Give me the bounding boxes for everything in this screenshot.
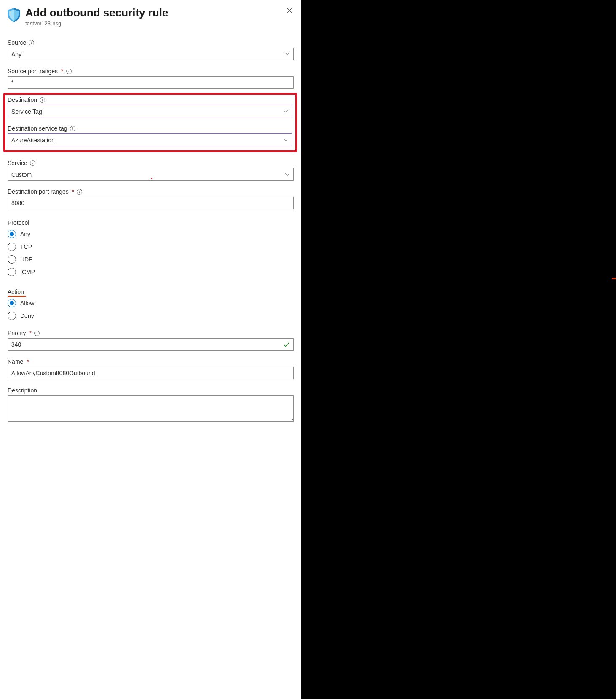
protocol-radio-label: UDP: [20, 256, 33, 263]
field-destination: Destination i Service Tag: [8, 96, 292, 117]
protocol-radio-icmp[interactable]: ICMP: [8, 266, 294, 278]
shield-icon: [8, 8, 20, 22]
protocol-radio-label: TCP: [20, 243, 32, 250]
info-icon[interactable]: i: [66, 69, 72, 74]
panel-title: Add outbound security rule: [25, 6, 280, 19]
destination-label: Destination: [8, 96, 37, 103]
info-icon[interactable]: i: [29, 40, 34, 45]
radio-icon: [8, 268, 16, 276]
radio-icon: [8, 230, 16, 238]
close-icon: [287, 8, 292, 13]
action-radio-label: Allow: [20, 300, 34, 307]
protocol-radio-label: Any: [20, 231, 30, 237]
radio-icon: [8, 243, 16, 251]
service-label: Service: [8, 160, 27, 166]
protocol-radio-any[interactable]: Any: [8, 228, 294, 240]
action-label: Action: [8, 288, 24, 295]
destination-select[interactable]: Service Tag: [8, 105, 292, 117]
destination-highlight-box: Destination i Service Tag Destination se…: [3, 93, 297, 152]
field-destination-service-tag: Destination service tag i AzureAttestati…: [8, 125, 292, 146]
name-label: Name: [8, 358, 23, 365]
field-description: Description: [8, 387, 294, 423]
field-service: Service i Custom: [8, 160, 294, 181]
annotation-tick: [612, 278, 616, 279]
panel-header: Add outbound security rule testvm123-nsg: [8, 6, 294, 27]
radio-icon: [8, 299, 16, 307]
destination-port-ranges-label: Destination port ranges: [8, 188, 69, 195]
name-input[interactable]: [8, 367, 294, 379]
protocol-radio-udp[interactable]: UDP: [8, 253, 294, 266]
field-source: Source i Any: [8, 39, 294, 60]
action-radio-group: AllowDeny: [8, 297, 294, 322]
radio-icon: [8, 255, 16, 264]
required-marker: *: [27, 358, 29, 365]
info-icon[interactable]: i: [40, 97, 45, 103]
panel-subtitle: testvm123-nsg: [25, 20, 280, 27]
protocol-radio-tcp[interactable]: TCP: [8, 240, 294, 253]
description-textarea[interactable]: [8, 395, 294, 422]
required-marker: *: [61, 68, 63, 75]
action-label-container: Action: [8, 288, 294, 295]
source-label: Source: [8, 39, 26, 46]
field-destination-port-ranges: Destination port ranges * i: [8, 188, 294, 209]
field-name: Name *: [8, 358, 294, 379]
radio-icon: [8, 312, 16, 320]
source-select[interactable]: Any: [8, 48, 294, 60]
required-marker: *: [29, 330, 32, 336]
action-radio-allow[interactable]: Allow: [8, 297, 294, 309]
close-button[interactable]: [285, 6, 294, 15]
info-icon[interactable]: i: [30, 160, 35, 166]
priority-input[interactable]: [8, 338, 294, 351]
priority-label: Priority: [8, 330, 26, 336]
description-label: Description: [8, 387, 37, 394]
action-radio-label: Deny: [20, 312, 34, 319]
protocol-radio-label: ICMP: [20, 269, 35, 275]
destination-port-ranges-input[interactable]: [8, 197, 294, 209]
required-marker: *: [72, 188, 74, 195]
info-icon[interactable]: i: [70, 126, 75, 131]
protocol-label: Protocol: [8, 219, 294, 226]
source-port-ranges-input[interactable]: [8, 76, 294, 89]
protocol-radio-group: AnyTCPUDPICMP: [8, 228, 294, 278]
action-underline-annotation: [8, 296, 26, 297]
field-source-port-ranges: Source port ranges * i: [8, 68, 294, 89]
field-priority: Priority * i: [8, 330, 294, 351]
annotation-dot: [151, 178, 152, 179]
info-icon[interactable]: i: [34, 331, 40, 336]
action-radio-deny[interactable]: Deny: [8, 309, 294, 322]
destination-service-tag-select[interactable]: AzureAttestation: [8, 133, 292, 146]
add-outbound-rule-panel: Add outbound security rule testvm123-nsg…: [0, 0, 301, 699]
background-blackout: [301, 0, 616, 699]
info-icon[interactable]: i: [77, 189, 82, 195]
destination-service-tag-label: Destination service tag: [8, 125, 67, 132]
source-port-ranges-label: Source port ranges: [8, 68, 58, 75]
